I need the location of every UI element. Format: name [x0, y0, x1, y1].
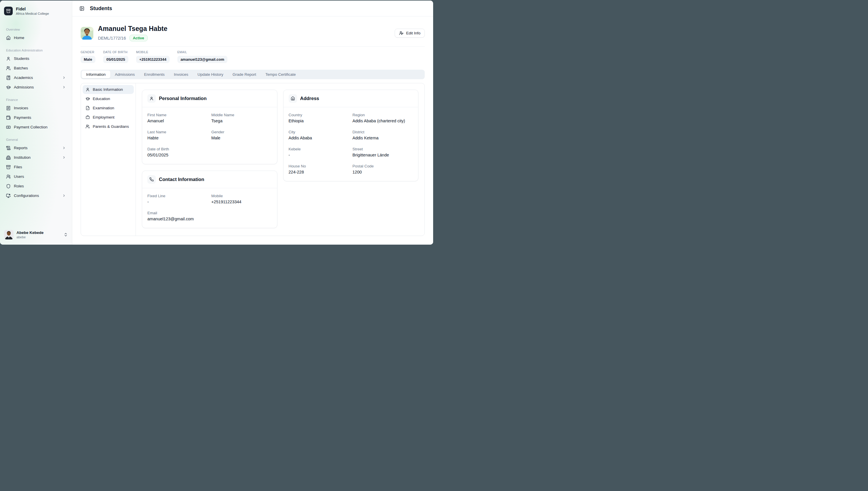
- subnav-basic-information[interactable]: Basic Information: [83, 85, 134, 94]
- sidebar-item-label: Users: [14, 174, 24, 179]
- sidebar-item-label: Students: [14, 56, 29, 61]
- nav-section-general: General: [0, 137, 72, 143]
- nav-section-overview: Overview: [0, 26, 72, 33]
- sidebar-item-label: Payments: [14, 115, 31, 120]
- sidebar-item-label: Files: [14, 165, 22, 169]
- status-badge: Active: [129, 35, 148, 41]
- personal-information-card: Personal Information First Name Amanuel …: [142, 90, 277, 164]
- sidebar-item-home[interactable]: Home: [0, 33, 72, 42]
- sidebar-item-label: Home: [14, 35, 24, 40]
- field-date-of-birth: Date of Birth 05/01/2025: [147, 147, 208, 157]
- shield-icon: [6, 184, 11, 189]
- subnav-parents-guardians[interactable]: Parents & Guardians: [83, 122, 134, 131]
- sidebar-item-payment-collection[interactable]: Payment Collection: [0, 122, 72, 132]
- field-fixed-line: Fixed Line -: [147, 194, 208, 204]
- information-subnav: Basic Information Education Examination …: [81, 83, 136, 236]
- field-email: Email amanuel123@gmail.com: [147, 211, 208, 221]
- sidebar-item-institution[interactable]: Institution: [0, 153, 72, 162]
- user-name: Abebe Kebede: [17, 230, 43, 235]
- field-gender: Gender Male: [211, 130, 272, 140]
- sidebar-item-configurations[interactable]: Configurations: [0, 191, 72, 200]
- sidebar-item-admissions[interactable]: Admissions: [0, 82, 72, 92]
- subnav-examination[interactable]: Examination: [83, 104, 134, 113]
- field-city: City Addis Ababa: [289, 130, 349, 140]
- sidebar-item-roles[interactable]: Roles: [0, 181, 72, 191]
- field-last-name: Last Name Habte: [147, 130, 208, 140]
- tab-invoices[interactable]: Invoices: [169, 70, 193, 78]
- user-menu[interactable]: Abebe Kebede abebe: [0, 226, 72, 244]
- subnav-label: Examination: [93, 106, 114, 110]
- tab-enrollments[interactable]: Enrollments: [140, 70, 169, 78]
- card-title: Contact Information: [159, 177, 204, 182]
- users-round-icon: [6, 174, 11, 179]
- home-icon: [6, 35, 11, 40]
- field-kebele: Kebele -: [289, 147, 349, 157]
- sidebar-item-label: Roles: [14, 184, 24, 188]
- summary-value: amanuel123@gmail.com: [178, 56, 227, 63]
- user-pen-icon: [399, 31, 403, 35]
- sidebar-item-label: Academics: [14, 76, 33, 80]
- subnav-employment[interactable]: Employment: [83, 113, 134, 122]
- cards-area: Personal Information First Name Amanuel …: [136, 83, 425, 236]
- briefcase-icon: [86, 115, 90, 119]
- brand-logo-icon: [4, 7, 13, 15]
- subnav-label: Employment: [93, 115, 115, 119]
- sidebar-nav: Overview Home Education Administration S…: [0, 18, 72, 226]
- brand: Fidel Africa Medical College: [0, 1, 72, 18]
- field-region: Region Addis Ababa (chartered city): [352, 113, 413, 123]
- page-content: Amanuel Tsega Habte DEML/1772/16 Active …: [72, 17, 433, 244]
- subnav-education[interactable]: Education: [83, 94, 134, 103]
- phone-icon: [147, 175, 156, 183]
- field-street: Street Brigittenauer Lände: [352, 147, 413, 157]
- sidebar: Fidel Africa Medical College Overview Ho…: [0, 1, 72, 244]
- user-icon: [86, 87, 90, 92]
- edit-info-button[interactable]: Edit Info: [395, 29, 425, 37]
- tab-tempo-certificate[interactable]: Tempo Certificate: [260, 70, 300, 78]
- brand-subtitle: Africa Medical College: [16, 12, 49, 15]
- chevron-right-icon: [62, 146, 66, 150]
- sidebar-item-users[interactable]: Users: [0, 172, 72, 181]
- nav-section-education-administration: Education Administration: [0, 47, 72, 54]
- sidebar-item-payments[interactable]: Payments: [0, 113, 72, 122]
- card-title: Personal Information: [159, 96, 207, 101]
- monitor-cog-icon: [6, 194, 11, 198]
- sidebar-item-batches[interactable]: Batches: [0, 63, 72, 73]
- chevron-right-icon: [62, 194, 66, 198]
- summary-email: EMAIL amanuel123@gmail.com: [178, 50, 227, 63]
- tab-grade-report[interactable]: Grade Report: [228, 70, 261, 78]
- scroll-text-icon: [6, 146, 11, 150]
- main-area: Students Amanuel Tsega Habte DEML/1772/1…: [72, 1, 433, 244]
- card-title: Address: [300, 96, 319, 101]
- sidebar-item-students[interactable]: Students: [0, 54, 72, 63]
- student-id: DEML/1772/16: [98, 36, 126, 40]
- sidebar-item-files[interactable]: Files: [0, 162, 72, 172]
- banknote-icon: [6, 125, 11, 129]
- sidebar-item-invoices[interactable]: Invoices: [0, 103, 72, 113]
- user-avatar: [4, 230, 13, 239]
- information-panel: Basic Information Education Examination …: [81, 83, 425, 236]
- subnav-label: Education: [93, 96, 110, 101]
- user-icon: [6, 56, 11, 61]
- user-icon: [147, 94, 156, 103]
- field-house-no: House No 224-228: [289, 164, 349, 174]
- tab-admissions[interactable]: Admissions: [111, 70, 140, 78]
- chevrons-up-down-icon: [64, 232, 68, 237]
- wallet-icon: [6, 115, 11, 120]
- file-dots-icon: [86, 106, 90, 110]
- summary-value: +251911223344: [136, 56, 169, 63]
- sidebar-item-label: Reports: [14, 146, 27, 150]
- sidebar-item-reports[interactable]: Reports: [0, 143, 72, 153]
- panel-left-close-icon[interactable]: [80, 6, 84, 11]
- chevron-right-icon: [62, 76, 66, 80]
- sidebar-item-academics[interactable]: Academics: [0, 73, 72, 82]
- field-middle-name: Middle Name Tsega: [211, 113, 272, 123]
- house-icon: [289, 94, 297, 103]
- student-header: Amanuel Tsega Habte DEML/1772/16 Active …: [81, 25, 425, 41]
- sidebar-item-label: Admissions: [14, 85, 34, 89]
- tab-update-history[interactable]: Update History: [193, 70, 228, 78]
- subnav-label: Parents & Guardians: [93, 124, 129, 129]
- sidebar-item-label: Batches: [14, 66, 28, 70]
- summary-label: GENDER: [81, 50, 95, 54]
- sidebar-item-label: Payment Collection: [14, 125, 48, 129]
- tab-information[interactable]: Information: [82, 70, 111, 78]
